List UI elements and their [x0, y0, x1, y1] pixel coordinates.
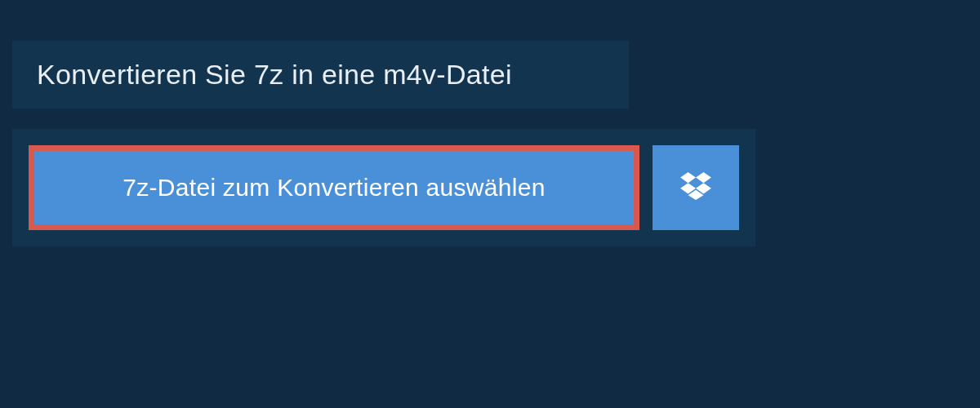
dropbox-button[interactable]: [653, 145, 739, 230]
header-bar: Konvertieren Sie 7z in eine m4v-Datei: [12, 41, 629, 109]
dropbox-icon: [680, 172, 711, 203]
select-file-label: 7z-Datei zum Konvertieren auswählen: [122, 174, 545, 201]
page-title: Konvertieren Sie 7z in eine m4v-Datei: [37, 59, 604, 91]
select-file-button[interactable]: 7z-Datei zum Konvertieren auswählen: [29, 145, 639, 230]
action-panel: 7z-Datei zum Konvertieren auswählen: [12, 129, 755, 246]
